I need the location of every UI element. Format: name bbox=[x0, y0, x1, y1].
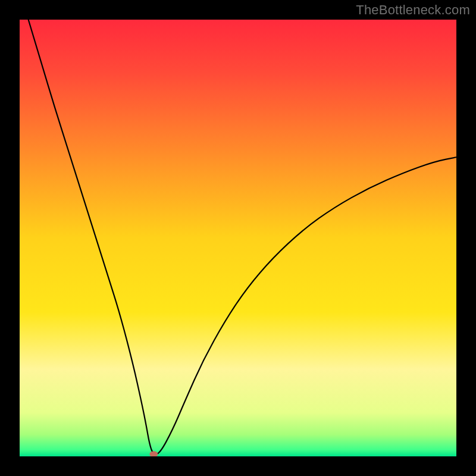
chart-svg bbox=[20, 20, 456, 456]
gradient-background bbox=[20, 20, 456, 456]
chart-frame: TheBottleneck.com bbox=[0, 0, 476, 476]
watermark-text: TheBottleneck.com bbox=[356, 2, 470, 18]
plot-area bbox=[20, 20, 456, 456]
